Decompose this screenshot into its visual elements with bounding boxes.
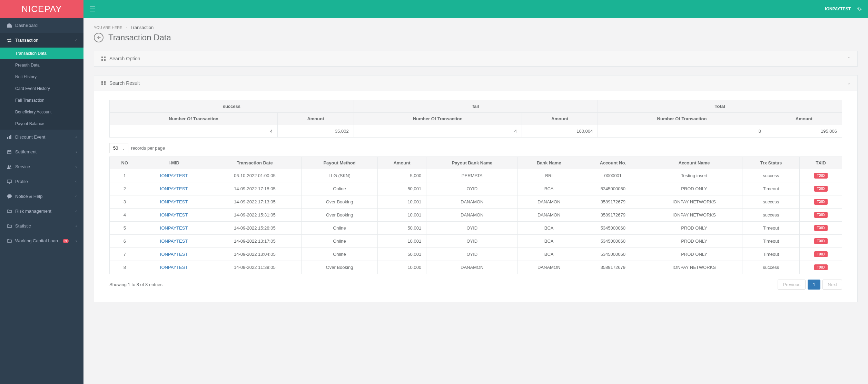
cell-amount: 10,001 [377, 235, 426, 248]
cell-status: Timeout [742, 235, 800, 248]
col-header[interactable]: Trx Status [742, 157, 800, 169]
sidebar-sub-preauth-data[interactable]: Preauth Data [0, 59, 83, 71]
col-header[interactable]: Payout Bank Name [426, 157, 518, 169]
sidebar-sub-fail-transaction[interactable]: Fail Transaction [0, 94, 83, 106]
col-header[interactable]: I-MID [140, 157, 208, 169]
cell-txid: TXID [800, 209, 842, 222]
col-header[interactable]: Bank Name [518, 157, 580, 169]
sidebar-item-working-capital-loan[interactable]: Working Capital LoanN‹ [0, 233, 83, 248]
cell-txid: TXID [800, 261, 842, 274]
cell-acct_name: PROD ONLY [646, 235, 742, 248]
sidebar-item-profile[interactable]: Profile‹ [0, 174, 83, 189]
txid-button[interactable]: TXID [814, 186, 828, 192]
sidebar-item-settlement[interactable]: Settlement‹ [0, 144, 83, 159]
cell-no: 3 [110, 195, 140, 209]
records-per-page-select[interactable]: 50 [109, 143, 128, 153]
pager-page-1[interactable]: 1 [808, 280, 820, 290]
imid-link[interactable]: IONPAYTEST [160, 212, 188, 218]
sidebar-sub-card-event-history[interactable]: Card Event History [0, 83, 83, 94]
imid-link[interactable]: IONPAYTEST [160, 265, 188, 270]
svg-rect-6 [7, 180, 11, 183]
sidebar-item-statistic[interactable]: Statistic‹ [0, 219, 83, 233]
col-header[interactable]: Transaction Date [208, 157, 302, 169]
cell-imid: IONPAYTEST [140, 235, 208, 248]
imid-link[interactable]: IONPAYTEST [160, 186, 188, 191]
sidebar-item-transaction[interactable]: Transaction‹ [0, 33, 83, 48]
table-row: 2IONPAYTEST14-09-2022 17:18:05Online50,0… [110, 182, 842, 195]
brand-logo[interactable]: NICEPAY [0, 0, 83, 18]
gear-icon[interactable] [857, 7, 862, 11]
cell-txid: TXID [800, 248, 842, 261]
sidebar-item-dashboard[interactable]: DashBoard [0, 18, 83, 33]
cell-imid: IONPAYTEST [140, 195, 208, 209]
user-label[interactable]: IONPAYTEST [825, 7, 851, 11]
cell-status: Timeout [742, 248, 800, 261]
pager-next[interactable]: Next [822, 280, 842, 290]
cell-amount: 10,001 [377, 195, 426, 209]
table-row: 5IONPAYTEST14-09-2022 15:26:05Online50,0… [110, 222, 842, 235]
cell-method: Over Booking [302, 261, 378, 274]
cell-acct_no: 5345000060 [580, 182, 646, 195]
sidebar-item-service[interactable]: Service‹ [0, 159, 83, 174]
cell-txid: TXID [800, 182, 842, 195]
menu-toggle-icon[interactable] [83, 7, 101, 11]
imid-link[interactable]: IONPAYTEST [160, 173, 188, 178]
txid-button[interactable]: TXID [814, 251, 828, 257]
chevron-up-icon[interactable]: ⌃ [847, 57, 850, 61]
cell-txid: TXID [800, 222, 842, 235]
summary-group-header: fail [354, 100, 598, 113]
imid-link[interactable]: IONPAYTEST [160, 199, 188, 204]
col-header[interactable]: Payout Method [302, 157, 378, 169]
cell-imid: IONPAYTEST [140, 248, 208, 261]
svg-rect-9 [101, 59, 103, 61]
svg-rect-7 [101, 57, 103, 58]
breadcrumb-prefix: YOU ARE HERE [94, 26, 122, 30]
col-header[interactable]: Amount [377, 157, 426, 169]
summary-sub-header: Amount [278, 113, 354, 125]
cell-bank: DANAMON [518, 261, 580, 274]
pager-prev[interactable]: Previous [778, 280, 806, 290]
col-header[interactable]: TXID [800, 157, 842, 169]
sidebar-item-discount-event[interactable]: Discount Event‹ [0, 130, 83, 144]
back-icon[interactable] [94, 33, 103, 42]
sidebar-sub-payout-balance[interactable]: Payout Balance [0, 118, 83, 130]
sidebar-sub-transaction-data[interactable]: Transaction Data [0, 48, 83, 59]
summary-cell: 160,004 [522, 125, 598, 138]
cell-acct_no: 0000001 [580, 169, 646, 182]
cell-no: 7 [110, 248, 140, 261]
cell-no: 2 [110, 182, 140, 195]
summary-sub-header: Amount [766, 113, 842, 125]
chevron-left-icon: ‹ [76, 224, 77, 228]
sidebar-item-label: Notice & Help [15, 194, 42, 199]
calendar-icon [7, 150, 12, 154]
svg-rect-11 [101, 81, 103, 83]
sidebar-sub-beneficiary-account[interactable]: Beneficiary Account [0, 106, 83, 118]
cell-status: success [742, 169, 800, 182]
cell-method: Online [302, 222, 378, 235]
chevron-left-icon: ‹ [76, 180, 77, 183]
txid-button[interactable]: TXID [814, 173, 828, 179]
sidebar-item-risk-management[interactable]: Risk management‹ [0, 204, 83, 219]
chevron-down-icon[interactable]: ⌄ [847, 81, 850, 85]
summary-cell: 4 [354, 125, 522, 138]
summary-cell: 195,006 [766, 125, 842, 138]
imid-link[interactable]: IONPAYTEST [160, 225, 188, 231]
txid-button[interactable]: TXID [814, 238, 828, 244]
main-content: YOU ARE HERE › Transaction Transaction D… [83, 18, 868, 384]
txid-button[interactable]: TXID [814, 264, 828, 270]
grid-icon [101, 57, 106, 61]
imid-link[interactable]: IONPAYTEST [160, 252, 188, 257]
txid-button[interactable]: TXID [814, 199, 828, 205]
sidebar-item-notice-&-help[interactable]: Notice & Help‹ [0, 189, 83, 204]
txid-button[interactable]: TXID [814, 212, 828, 218]
txid-button[interactable]: TXID [814, 225, 828, 231]
cell-bank: BRI [518, 169, 580, 182]
summary-cell: 8 [598, 125, 766, 138]
col-header[interactable]: Account Name [646, 157, 742, 169]
sidebar-item-label: Risk management [15, 209, 51, 214]
imid-link[interactable]: IONPAYTEST [160, 239, 188, 244]
sidebar-sub-noti-history[interactable]: Noti History [0, 71, 83, 83]
col-header[interactable]: Account No. [580, 157, 646, 169]
cell-date: 14-09-2022 17:13:05 [208, 195, 302, 209]
col-header[interactable]: NO [110, 157, 140, 169]
